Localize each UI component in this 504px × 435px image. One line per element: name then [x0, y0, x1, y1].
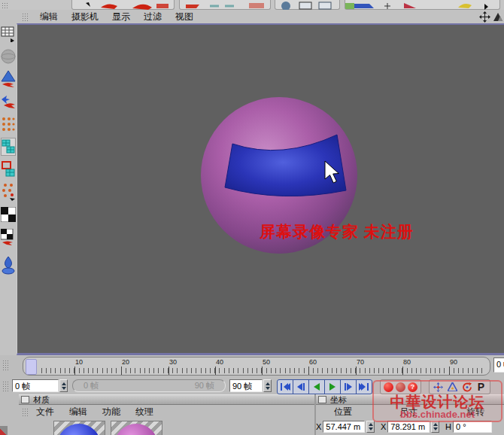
- record-keyframe-button[interactable]: [384, 382, 393, 392]
- transport-drag-handle[interactable]: [2, 381, 8, 391]
- play-forward-button[interactable]: [325, 380, 341, 394]
- frame-range-slider[interactable]: 0 帧 90 帧: [72, 379, 226, 392]
- toolbar-fragment-group-2[interactable]: [179, 0, 271, 10]
- tick-label: 10: [75, 358, 83, 366]
- coordinates-headers: 位置 尺寸 旋转: [316, 405, 504, 419]
- frame-min-spinner[interactable]: [59, 379, 68, 392]
- parameter-key-button[interactable]: P: [475, 382, 487, 393]
- rotation-key-icon[interactable]: [460, 382, 473, 393]
- tick-label: 80: [403, 358, 411, 366]
- cinema4d-window: { "colors": { "ui_gray": "#c2c2c2", "vie…: [0, 0, 504, 435]
- timeline-ruler-row: 0 10 20 30 40 50 60 70 80 90 0 帧: [0, 355, 504, 378]
- tick-label: 60: [309, 358, 317, 366]
- position-x-field[interactable]: 57.447 m: [323, 421, 365, 433]
- top-toolbar-cropped: [0, 0, 504, 11]
- uv-frame-icon[interactable]: [1, 160, 16, 178]
- range-end-label: 90 帧: [195, 380, 214, 391]
- material-panel: 材质 文件 编辑 功能 纹理: [19, 394, 314, 435]
- rotation-h-label: H: [445, 422, 451, 431]
- scale-key-icon[interactable]: [446, 382, 459, 393]
- material-thumb-purple[interactable]: [111, 421, 162, 435]
- coordinates-values: X 57.447 m X 78.291 m H 0 °: [316, 419, 504, 433]
- material-menu-edit[interactable]: 编辑: [62, 406, 95, 418]
- header-position: 位置: [316, 406, 380, 418]
- toolbar-fragment-group-4[interactable]: [345, 0, 500, 10]
- position-x-label: X: [316, 422, 321, 431]
- size-x-label: X: [381, 422, 386, 431]
- coordinates-panel-title: 坐标: [330, 394, 347, 406]
- menu-filter[interactable]: 过滤: [137, 11, 169, 23]
- next-frame-button[interactable]: [341, 380, 357, 394]
- menu-drag-handle[interactable]: [22, 13, 29, 21]
- minor-ticks: [27, 368, 484, 373]
- goto-start-button[interactable]: [278, 380, 293, 394]
- coordinates-panel-titlebar[interactable]: 坐标: [316, 394, 504, 405]
- uv-grid-icon[interactable]: [1, 138, 16, 156]
- cone-icon[interactable]: [1, 257, 16, 275]
- prev-frame-button[interactable]: [293, 380, 309, 394]
- checker-arrow-icon[interactable]: [1, 228, 16, 246]
- material-menu-file[interactable]: 文件: [29, 406, 62, 418]
- position-key-icon[interactable]: [432, 382, 445, 393]
- material-menu-function[interactable]: 功能: [95, 406, 128, 418]
- magnet-tool-icon[interactable]: [1, 70, 16, 88]
- menu-display[interactable]: 显示: [105, 11, 137, 23]
- material-menu-bar: 文件 编辑 功能 纹理: [19, 405, 314, 419]
- menu-camera[interactable]: 摄影机: [65, 11, 105, 23]
- timeline-drag-handle[interactable]: [2, 360, 8, 372]
- frame-max-field[interactable]: 90 帧: [229, 379, 263, 392]
- size-x-spinner[interactable]: [431, 421, 439, 433]
- size-x-field[interactable]: 78.291 m: [387, 421, 430, 433]
- timeline-ruler[interactable]: 0 10 20 30 40 50 60 70 80 90: [23, 357, 490, 376]
- current-frame-field[interactable]: 0 帧: [493, 357, 504, 373]
- toolbar-fragment-group-1[interactable]: [71, 0, 175, 10]
- purple-material-ball: [114, 424, 158, 435]
- checker-icon[interactable]: [1, 205, 16, 224]
- recorder-watermark: 屏幕录像专家 未注册: [260, 221, 414, 242]
- tick-label: 30: [169, 358, 177, 366]
- panel-gadget-icon[interactable]: [318, 396, 326, 403]
- dots-arrow-icon[interactable]: [1, 183, 16, 201]
- coordinates-panel: 坐标 位置 尺寸 旋转 X 57.447 m X 78.291 m H 0 °: [316, 394, 504, 435]
- tick-label: 20: [122, 358, 129, 366]
- move-arrows-icon[interactable]: [1, 93, 16, 111]
- position-x-spinner[interactable]: [366, 421, 375, 433]
- frame-min-field[interactable]: 0 帧: [12, 379, 59, 392]
- material-thumb-blue[interactable]: [53, 421, 105, 435]
- sphere-tool-icon: [1, 47, 16, 65]
- header-rotation: 旋转: [444, 406, 504, 418]
- menu-view[interactable]: 视图: [169, 11, 200, 23]
- material-panel-titlebar[interactable]: 材质: [19, 394, 314, 405]
- keyframe-channel-buttons: P: [429, 379, 490, 394]
- tick-label: 90: [450, 358, 457, 366]
- left-toolbar: [0, 23, 17, 355]
- record-buttons: ?: [380, 379, 421, 394]
- toolbar-drag-handle[interactable]: [2, 2, 8, 9]
- goto-end-button[interactable]: [357, 380, 372, 394]
- blue-material-ball: [57, 424, 101, 435]
- tick-label: 40: [216, 358, 223, 366]
- bottom-panels: 材质 文件 编辑 功能 纹理 坐标 位置 尺寸 旋转 X 57.447 m: [0, 394, 504, 435]
- tick-label: 70: [357, 358, 364, 366]
- material-panel-title: 材质: [33, 394, 50, 406]
- autokey-button[interactable]: [396, 382, 405, 392]
- toolbar-fragment-group-3[interactable]: [275, 0, 340, 10]
- timeline-slider-handle[interactable]: [26, 359, 37, 375]
- material-menu-handle[interactable]: [22, 408, 29, 416]
- array-grid-icon[interactable]: [1, 25, 16, 43]
- viewport-3d[interactable]: 屏幕录像专家 未注册: [17, 23, 504, 355]
- frame-max-spinner[interactable]: [263, 379, 272, 392]
- point-dots-icon[interactable]: [1, 115, 16, 133]
- menu-edit[interactable]: 编辑: [33, 11, 65, 23]
- panel-gadget-icon[interactable]: [21, 396, 29, 403]
- header-size: 尺寸: [380, 406, 444, 418]
- transport-row: 0 帧 0 帧 90 帧 90 帧 ? P: [0, 378, 504, 394]
- cropped-icon: [0, 426, 8, 435]
- material-menu-texture[interactable]: 纹理: [128, 406, 161, 418]
- range-start-label: 0 帧: [83, 380, 99, 391]
- tick-label: 50: [263, 358, 270, 366]
- play-backward-button[interactable]: [309, 380, 325, 394]
- record-help-button[interactable]: ?: [408, 382, 417, 392]
- rotation-h-field[interactable]: 0 °: [453, 421, 492, 433]
- playback-buttons: [277, 379, 372, 394]
